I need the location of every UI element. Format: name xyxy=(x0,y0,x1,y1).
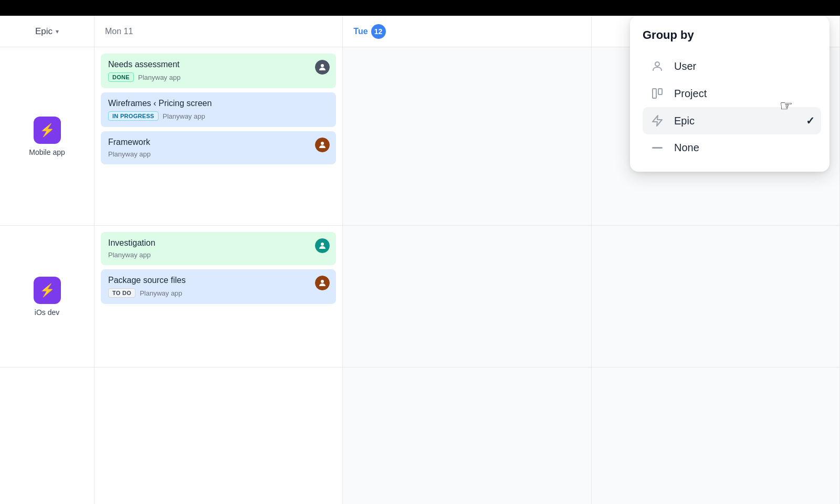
dropdown-item-none[interactable]: None xyxy=(643,134,821,161)
epic-cell-mobile-app: ⚡ Mobile app xyxy=(0,47,94,226)
svg-marker-7 xyxy=(653,116,662,126)
task-meta: IN PROGRESS Planyway app xyxy=(108,111,329,121)
dropdown-item-epic[interactable]: Epic ✓ xyxy=(643,107,821,134)
svg-point-2 xyxy=(321,243,324,246)
tue-ios-section xyxy=(343,226,591,368)
dropdown-item-label-none: None xyxy=(674,142,815,154)
svg-rect-6 xyxy=(658,89,662,94)
task-project: Planyway app xyxy=(108,251,151,259)
dropdown-item-label-project: Project xyxy=(674,88,815,100)
mon-ios-section: Investigation Planyway app xyxy=(94,226,342,368)
mobile-app-label: Mobile app xyxy=(29,148,65,156)
dropdown-title: Group by xyxy=(643,28,821,42)
task-title: Investigation xyxy=(108,238,329,248)
day-col-header-tue: Tue 12 xyxy=(343,16,591,47)
task-card-package-source[interactable]: Package source files TO DO Planyway app xyxy=(101,269,336,304)
status-badge-done: DONE xyxy=(108,72,134,82)
group-by-dropdown: Group by User Project Epic ✓ xyxy=(630,16,830,172)
dropdown-item-label-user: User xyxy=(674,60,815,72)
epic-icon xyxy=(649,114,666,127)
svg-point-4 xyxy=(655,62,659,66)
task-title: Wireframes ‹ Pricing screen xyxy=(108,99,329,108)
dropdown-item-project[interactable]: Project xyxy=(643,80,821,107)
status-badge-inprogress: IN PROGRESS xyxy=(108,111,159,121)
day-label-tue: Tue xyxy=(353,27,368,36)
task-card-wireframes[interactable]: Wireframes ‹ Pricing screen IN PROGRESS … xyxy=(101,92,336,127)
project-icon xyxy=(649,87,666,100)
task-title: Package source files xyxy=(108,276,329,285)
epic-selector-label: Epic xyxy=(35,26,52,37)
day-col-tue xyxy=(343,47,591,504)
task-project: Planyway app xyxy=(138,74,181,81)
task-title: Needs assessment xyxy=(108,60,329,69)
epic-col-header: Epic ▾ xyxy=(0,16,94,47)
epic-selector[interactable]: Epic ▾ xyxy=(35,26,59,37)
svg-point-0 xyxy=(321,64,324,67)
task-meta: TO DO Planyway app xyxy=(108,288,329,298)
day-col-mon: Needs assessment DONE Planyway app xyxy=(94,47,343,504)
tue-mobile-section xyxy=(343,47,591,226)
epic-cell-ios-dev: ⚡ iOs dev xyxy=(0,226,94,368)
task-title: Framework xyxy=(108,138,329,147)
none-icon xyxy=(649,147,666,149)
svg-point-1 xyxy=(321,142,324,145)
dropdown-item-user[interactable]: User xyxy=(643,52,821,80)
task-card-investigation[interactable]: Investigation Planyway app xyxy=(101,232,336,265)
status-badge-todo: TO DO xyxy=(108,288,135,298)
task-meta: Planyway app xyxy=(108,150,329,158)
extra-ios-section xyxy=(592,226,839,368)
task-project: Planyway app xyxy=(108,150,151,158)
today-badge: 12 xyxy=(371,24,386,39)
task-card-needs-assessment[interactable]: Needs assessment DONE Planyway app xyxy=(101,54,336,88)
top-bar xyxy=(0,0,840,16)
epic-column: ⚡ Mobile app ⚡ iOs dev xyxy=(0,47,94,504)
task-project: Planyway app xyxy=(163,112,205,120)
mon-mobile-section: Needs assessment DONE Planyway app xyxy=(94,47,342,226)
task-project: Planyway app xyxy=(140,289,182,297)
ios-dev-icon: ⚡ xyxy=(34,277,61,304)
task-meta: Planyway app xyxy=(108,251,329,259)
task-meta: DONE Planyway app xyxy=(108,72,329,82)
none-dash xyxy=(652,147,663,149)
task-card-framework[interactable]: Framework Planyway app xyxy=(101,131,336,164)
day-col-header-mon: Mon 11 xyxy=(94,16,343,47)
mobile-app-icon: ⚡ xyxy=(34,117,61,144)
user-icon xyxy=(649,60,666,72)
svg-rect-5 xyxy=(653,89,656,98)
ios-dev-label: iOs dev xyxy=(35,308,59,317)
dropdown-item-label-epic: Epic xyxy=(674,115,797,127)
check-icon: ✓ xyxy=(806,114,815,127)
svg-point-3 xyxy=(321,280,324,283)
chevron-down-icon: ▾ xyxy=(56,28,59,35)
